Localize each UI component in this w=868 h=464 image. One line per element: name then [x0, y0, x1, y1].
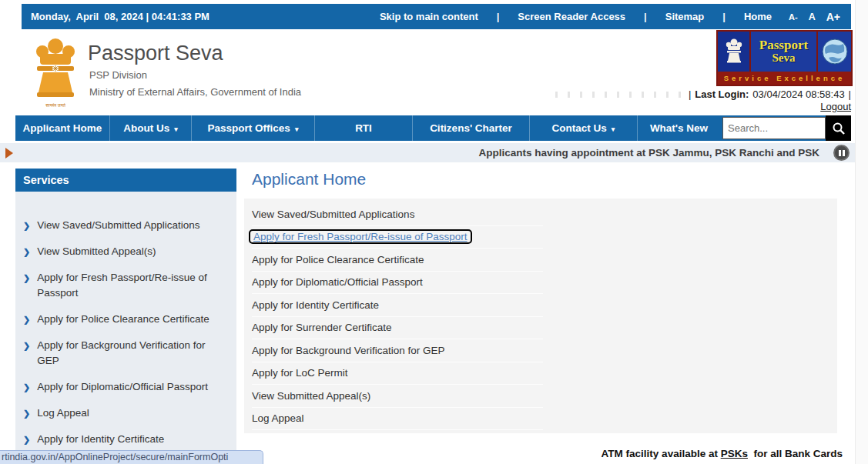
- sidebar-item-label: Log Appeal: [37, 406, 89, 421]
- chevron-right-icon: ❯: [23, 218, 30, 233]
- nav-item-passport-offices[interactable]: Passport Offices▾: [192, 115, 315, 141]
- browser-status-url: rtindia.gov.in/AppOnlineProject/secure/m…: [0, 450, 263, 464]
- sidebar-item-label: Apply for Police Clearance Certificate: [37, 312, 209, 327]
- font-size-controls: A-AA+: [789, 11, 840, 23]
- main-link-log-appeal[interactable]: Log Appeal: [252, 412, 304, 424]
- main-list-row: Apply for Fresh Passport/Re-issue of Pas…: [252, 226, 543, 249]
- separator: |: [722, 11, 726, 22]
- separator: |: [849, 88, 851, 100]
- main-list-row: Apply for Identity Certificate: [252, 294, 543, 317]
- sidebar-item-apply-for-identity-certificate[interactable]: ❯Apply for Identity Certificate: [23, 432, 223, 447]
- separator: |: [644, 11, 647, 22]
- sidebar-item-label: Apply for Background Verification for GE…: [37, 338, 223, 369]
- topbar-link-screen-reader-access[interactable]: Screen Reader Access: [518, 11, 625, 22]
- topbar-link-sitemap[interactable]: Sitemap: [665, 11, 705, 22]
- sidebar-item-apply-for-diplomatic-official-passport[interactable]: ❯Apply for Diplomatic/Official Passport: [23, 379, 223, 395]
- logo-emblem-icon: [718, 32, 751, 72]
- topbar-links: Skip to main content|Screen Reader Acces…: [380, 11, 784, 22]
- ticker-text: Applicants having appointment at PSK Jam…: [478, 147, 819, 159]
- sidebar-item-apply-for-fresh-passport-re-issue-of-passport[interactable]: ❯Apply for Fresh Passport/Re-issue of Pa…: [23, 270, 223, 301]
- nav-item-label: What's New: [650, 122, 708, 134]
- nav-item-label: About Us: [123, 122, 169, 134]
- main-link-apply-for-identity-certificate[interactable]: Apply for Identity Certificate: [252, 299, 379, 311]
- main-navigation: Applicant HomeAbout Us▾Passport Offices▾…: [15, 115, 851, 141]
- nav-item-label: RTI: [355, 122, 372, 134]
- ashoka-emblem-icon: [32, 37, 79, 103]
- separator: |: [689, 88, 691, 100]
- main-list-row: View Saved/Submitted Applications: [252, 203, 543, 226]
- logo-line1: Passport: [751, 38, 816, 52]
- search-input[interactable]: [722, 117, 826, 139]
- nav-item-label: Passport Offices: [208, 122, 290, 134]
- page-title: Applicant Home: [252, 170, 366, 189]
- chevron-down-icon: ▾: [612, 125, 615, 133]
- sidebar-item-label: Apply for Identity Certificate: [37, 432, 164, 447]
- main-list-row: Log Appeal: [252, 408, 543, 431]
- topbar-link-skip-to-main-content[interactable]: Skip to main content: [380, 11, 478, 22]
- main-link-apply-for-police-clearance-certificate[interactable]: Apply for Police Clearance Certificate: [252, 254, 424, 265]
- last-login-row: | Last Login: 03/04/2024 08:58:43 |: [555, 88, 851, 100]
- logout-link[interactable]: Logout: [820, 101, 851, 112]
- main-list-row: Apply for Police Clearance Certificate: [252, 249, 543, 272]
- sidebar-item-label: Apply for Fresh Passport/Re-issue of Pas…: [37, 270, 223, 301]
- main-link-apply-for-diplomatic-official-passport[interactable]: Apply for Diplomatic/Official Passport: [252, 276, 423, 288]
- nav-item-label: Applicant Home: [23, 122, 102, 134]
- sidebar-item-apply-for-background-verification-for-gep[interactable]: ❯Apply for Background Verification for G…: [23, 338, 223, 369]
- chevron-right-icon: ❯: [23, 270, 30, 301]
- top-bar: Monday, April 08, 2024 | 04:41:33 PM Ski…: [22, 4, 851, 29]
- nav-item-contact-us[interactable]: Contact Us▾: [530, 115, 638, 141]
- pause-icon: [839, 150, 841, 156]
- sidebar-item-view-submitted-appeal-s[interactable]: ❯View Submitted Appeal(s): [23, 244, 223, 259]
- sidebar-item-log-appeal[interactable]: ❯Log Appeal: [23, 406, 223, 421]
- site-title: Passport Seva: [88, 42, 223, 65]
- globe-icon: [816, 32, 851, 72]
- main-link-apply-for-loc-permit[interactable]: Apply for LoC Permit: [252, 367, 348, 379]
- search-icon: [832, 122, 846, 135]
- sidebar-item-view-saved-submitted-applications[interactable]: ❯View Saved/Submitted Applications: [23, 218, 223, 233]
- font-increase-button[interactable]: A+: [826, 11, 840, 23]
- chevron-down-icon: ▾: [174, 125, 178, 133]
- nav-item-label: Contact Us: [552, 122, 607, 134]
- chevron-right-icon: ❯: [23, 406, 30, 421]
- separator: |: [497, 11, 500, 22]
- nav-item-about-us[interactable]: About Us▾: [110, 115, 192, 141]
- topbar-link-home[interactable]: Home: [744, 11, 772, 22]
- main-link-apply-for-fresh-passport-re-issue-of-passport[interactable]: Apply for Fresh Passport/Re-issue of Pas…: [250, 231, 471, 242]
- main-link-view-saved-submitted-applications[interactable]: View Saved/Submitted Applications: [252, 209, 414, 220]
- datetime-display: Monday, April 08, 2024 | 04:41:33 PM: [22, 11, 209, 22]
- redacted-username: [555, 92, 685, 98]
- emblem-caption: सत्यमेव जयते: [26, 103, 85, 109]
- play-icon: [5, 148, 13, 159]
- applicant-home-links: View Saved/Submitted ApplicationsApply f…: [244, 199, 837, 433]
- passport-seva-logo: Passport Seva Service Excellence: [716, 30, 853, 86]
- main-list-row: Apply for Diplomatic/Official Passport: [252, 272, 543, 295]
- chevron-right-icon: ❯: [23, 244, 30, 259]
- nav-item-rti[interactable]: RTI: [315, 115, 413, 141]
- logo-wordmark: Passport Seva: [751, 32, 816, 72]
- nav-item-applicant-home[interactable]: Applicant Home: [15, 115, 110, 141]
- site-subtitle-ministry: Ministry of External Affairs, Government…: [89, 86, 301, 98]
- nav-item-what-s-new[interactable]: What's New: [638, 115, 720, 141]
- nav-items: Applicant HomeAbout Us▾Passport Offices▾…: [15, 115, 720, 141]
- atm-text-before: ATM facility available at: [602, 448, 721, 459]
- main-link-apply-for-surrender-certificate[interactable]: Apply for Surrender Certificate: [252, 322, 392, 333]
- chevron-right-icon: ❯: [23, 432, 30, 447]
- main-list-row: Apply for Surrender Certificate: [252, 317, 543, 340]
- psks-link[interactable]: PSKs: [721, 448, 748, 459]
- logo-strip: Service Excellence: [718, 72, 851, 85]
- pause-button[interactable]: [833, 145, 850, 161]
- sidebar-item-label: View Submitted Appeal(s): [37, 244, 156, 259]
- search-button[interactable]: [826, 115, 851, 141]
- font-decrease-button[interactable]: A-: [789, 12, 798, 22]
- last-login-value: 03/04/2024 08:58:43: [752, 88, 844, 100]
- main-list-row: View Submitted Appeal(s): [252, 385, 543, 408]
- font-reset-button[interactable]: A: [809, 12, 816, 22]
- main-link-apply-for-background-verification-for-gep[interactable]: Apply for Background Verification for GE…: [252, 345, 445, 356]
- announcement-ticker: Applicants having appointment at PSK Jam…: [0, 143, 855, 162]
- main-link-view-submitted-appeal-s[interactable]: View Submitted Appeal(s): [252, 390, 370, 402]
- nav-item-citizens-charter[interactable]: Citizens' Charter: [413, 115, 530, 141]
- main-list-row: Apply for LoC Permit: [252, 362, 543, 386]
- scrollbar[interactable]: [855, 0, 868, 464]
- atm-facility-note: ATM facility available at PSKs for all B…: [602, 448, 843, 459]
- sidebar-item-apply-for-police-clearance-certificate[interactable]: ❯Apply for Police Clearance Certificate: [23, 312, 223, 327]
